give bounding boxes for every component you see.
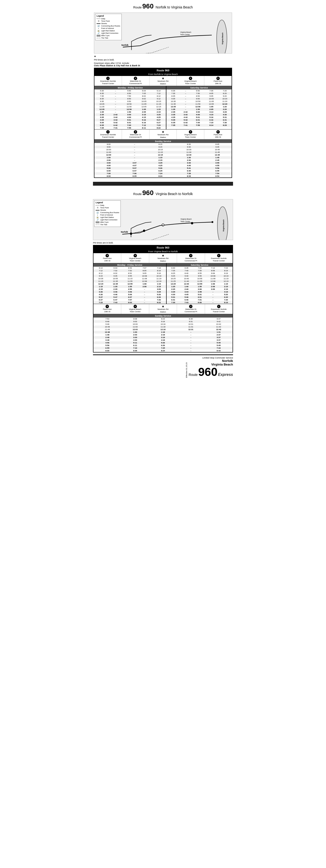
schedule-title-2: Route 960: [93, 245, 233, 250]
in-stop-5: 5 Parks Ave19th St: [93, 253, 121, 263]
sun-in-stop-2: 2 Waterside DrCommercial Pl: [177, 304, 205, 314]
mf-header: Monday - Friday Service: [94, 86, 166, 89]
branding-footer: Effective 01.15.23 Limited Stop Commuter…: [93, 354, 233, 378]
sat-panel-2: Saturday Service 6:306:457:007:137:24 7:…: [167, 263, 233, 304]
schedule-title-1: Route 960: [94, 68, 232, 72]
svg-text:Town Center: Town Center: [181, 220, 190, 222]
sun-table-2: 7:538:088:238:368:47 8:489:039:189:319:4…: [93, 317, 233, 352]
svg-point-15: [212, 221, 213, 223]
svg-text:Norfolk: Norfolk: [121, 44, 129, 46]
downtown-note-1: Downtown stops after 3 P.M. include: Civ…: [94, 62, 232, 67]
sun-in-stop-3: ★ Newtown RdStation: [149, 304, 177, 314]
svg-text:Norfolk: Norfolk: [121, 231, 128, 234]
stop-2-header: 2 Waterside DrCommercial Pl: [122, 76, 150, 86]
route-header-2: Route 960 Virginia Beach to Norfolk: [93, 188, 233, 198]
route-label-bottom: Route: [189, 373, 197, 377]
sun-in-stop-4: 4 Virginia BeachTown Center: [121, 304, 149, 314]
legend-title-1: Legend: [97, 15, 120, 17]
section-norfolk-to-vb: Route 960 Norfolk to Virginia Beach Lege…: [94, 1, 232, 58]
route-desc-1: Norfolk to Virginia Beach: [156, 5, 193, 9]
schedule-vb-norfolk: Route 960 From Virginia Beach to Norfolk…: [93, 245, 233, 352]
svg-text:Virginia Beach: Virginia Beach: [180, 31, 191, 33]
stop-headers-outbound: 1 Downtown NorfolkTransit Center 2 Water…: [94, 76, 232, 86]
sat-header: Saturday Service: [166, 86, 232, 89]
in-stop-3: ★ Newtown RdStation: [149, 253, 177, 263]
sat-header-2: Saturday Service: [167, 263, 233, 267]
sat-panel: Saturday Service 6:35–6:507:057:20 7:35–…: [166, 86, 232, 129]
route-number-1: 960: [142, 2, 154, 10]
map-area-2: Legend Daily ①Time Point Streets 🔄Connec…: [93, 199, 233, 240]
norfolk-label: Norfolk: [189, 359, 233, 363]
sun-in-stop-5: 5 Parks Ave19th St: [93, 304, 121, 314]
stop-4-header: 4 Virginia BeachTown Center: [177, 76, 204, 86]
route-word-1: Route: [133, 5, 142, 9]
mf-panel-2: Monday - Friday Service 6:146:346:547:07…: [93, 263, 167, 304]
page-wrapper: Route 960 Norfolk to Virginia Beach Lege…: [93, 0, 233, 180]
mf-header-2: Monday - Friday Service: [93, 263, 166, 267]
sun-in-stop-1: 1 Downtown NorfolkTransit Center: [205, 304, 233, 314]
legend-2: Legend Daily ①Time Point Streets 🔄Connec…: [94, 200, 121, 227]
svg-text:Virginia Beach: Virginia Beach: [222, 33, 224, 44]
sat-table-2: 6:306:457:007:137:24 7:257:407:558:088:1…: [167, 267, 233, 304]
stop-1-header: 1 Downtown NorfolkTransit Center: [94, 76, 122, 86]
route-num-bottom: 960: [198, 366, 218, 378]
svg-point-11: [143, 229, 145, 232]
svg-text:Virginia Beach: Virginia Beach: [222, 219, 224, 231]
express-label: Express: [218, 373, 233, 377]
effective-date: Effective 01.15.23: [186, 362, 188, 378]
sun-stop-1: 1 Downtown NorfolkTransit Center: [94, 129, 122, 140]
svg-text:Virginia Beach: Virginia Beach: [181, 218, 191, 220]
svg-point-14: [191, 222, 193, 224]
section-divider: [93, 182, 233, 186]
section-vb-to-norfolk: Route 960 Virginia Beach to Norfolk Lege…: [93, 188, 233, 378]
schedule-subtitle-2: From Virginia Beach to Norfolk: [93, 250, 233, 253]
sun-stop-3: ★ Newtown RdStation: [150, 129, 177, 140]
route-word-2: Route: [133, 192, 142, 196]
sat-table: 6:35–6:507:057:20 7:35–7:508:058:20 8:35…: [166, 89, 232, 127]
pm-note-2: PM times are in bold.: [93, 242, 233, 244]
sun-header-2: Sunday Service: [93, 314, 233, 317]
mf-table-2: 6:146:346:547:077:18 7:127:327:528:058:1…: [93, 267, 166, 304]
route-desc-2: Virginia Beach to Norfolk: [156, 192, 193, 196]
svg-text:Town Center: Town Center: [180, 34, 190, 36]
legend-title-2: Legend: [96, 201, 119, 204]
schedule-norfolk-vb: Route 960 From Norfolk to Virginia Beach…: [94, 68, 232, 178]
stop-headers-inbound: 5 Parks Ave19th St 4 Virginia BeachTown …: [93, 253, 233, 263]
in-stop-4: 4 Virginia BeachTown Center: [121, 253, 149, 263]
svg-text:★: ★: [163, 225, 164, 226]
legend-1: Legend Daily ①Time Point Streets 🔄Connec…: [95, 14, 122, 40]
sun-stop-4: 4 Virginia BeachTown Center: [177, 129, 204, 140]
in-stop-1: 1 Downtown NorfolkTransit Center: [205, 253, 233, 263]
pm-note-1: PM times are in bold.: [94, 59, 232, 61]
sun-header-1: Sunday Service: [94, 140, 232, 143]
route-header-1: Route 960 Norfolk to Virginia Beach: [94, 1, 232, 11]
map-area-1: Legend Daily ①Time Point Streets 🔄Connec…: [94, 12, 232, 54]
mf-sat-panel-2: Monday - Friday Service 6:146:346:547:07…: [93, 263, 233, 304]
limited-stop-label: Limited Stop Commuter Service: [189, 356, 233, 359]
sun-stop-headers-2: 5 Parks Ave19th St 4 Virginia BeachTown …: [93, 304, 233, 314]
route-number-2: 960: [142, 189, 154, 196]
stop-5-header: 5 Parks Ave19th St: [204, 76, 232, 86]
mf-sat-panel: Monday - Friday Service 5:35–5:506:046:1…: [94, 86, 232, 129]
route-branding: Limited Stop Commuter Service Norfolk Vi…: [189, 356, 233, 378]
schedule-subtitle-1: From Norfolk to Virginia Beach: [94, 72, 232, 76]
mf-panel: Monday - Friday Service 5:35–5:506:046:1…: [94, 86, 166, 129]
sun-stop-headers-1: 1 Downtown NorfolkTransit Center 2 Water…: [94, 129, 232, 140]
stop-3-header: ★ Newtown RdStation: [150, 76, 177, 86]
in-stop-2: 2 Waterside DrCommercial Pl: [177, 253, 205, 263]
sun-stop-2: 2 Waterside DrCommercial Pl: [122, 129, 150, 140]
mf-table: 5:35–5:506:046:14 6:35–6:507:057:12 7:35…: [94, 89, 166, 129]
sun-stop-5: 5 Parks Ave19th St: [204, 129, 232, 140]
sun-table-1: 8:00–8:158:308:45 9:00–9:159:309:45 10:0…: [94, 143, 232, 178]
